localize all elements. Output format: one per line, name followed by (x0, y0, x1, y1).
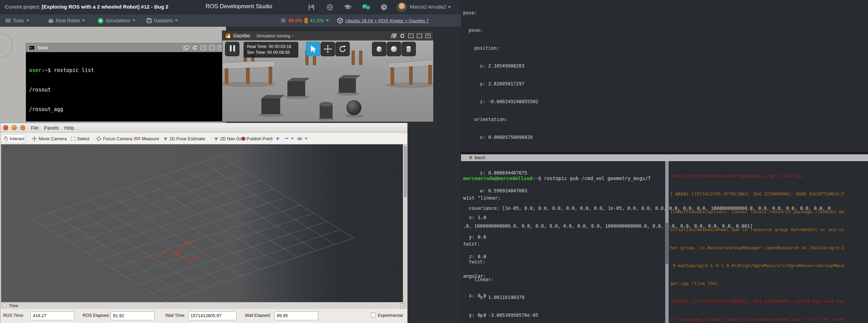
simulations-label: Simulations (106, 18, 130, 23)
chat-icon[interactable] (362, 3, 371, 12)
terminal-icon: >_ (29, 45, 35, 50)
maximize-icon[interactable] (417, 34, 422, 38)
menu-panels[interactable]: Panels (44, 125, 59, 131)
insert-cylinder-button[interactable] (401, 42, 416, 56)
viewport-scrollbar[interactable] (403, 144, 407, 302)
pause-button[interactable] (225, 42, 239, 56)
scrollbar-thumb[interactable] (666, 223, 668, 264)
bash-command: rostopic pub /cmd_vel geometry_msgs/T (541, 176, 651, 181)
terminal-line: .9-mqY1wq/ogre-1.9-1.9.0+dfsg1/OgreMain/… (670, 263, 867, 268)
gazebo-title: Gazebo (233, 33, 250, 38)
chevron-down-icon (132, 20, 136, 22)
gazebo-window: Gazebo Simulation running ✓ – × (222, 31, 434, 122)
database-icon (147, 18, 152, 23)
add-tool-button[interactable]: + (274, 134, 281, 143)
globe-icon[interactable] (325, 3, 334, 12)
app-header: Current project: [Exploring ROS with a 2… (0, 0, 461, 14)
rotate-mode-button[interactable] (335, 42, 350, 56)
rviz-3d-viewport[interactable] (1, 144, 407, 302)
tool-2d-pose-estimate[interactable]: ➤ 2D Pose Estimate (162, 134, 207, 143)
tools-menu[interactable]: Tools (5, 17, 29, 24)
terminal-line: ger.cpp (line 756) (670, 280, 867, 286)
minimize-icon[interactable]: – (201, 46, 206, 50)
cursor-arrow-icon (309, 45, 317, 53)
user-menu[interactable]: Marco2 Arruda2 (410, 4, 451, 10)
shell-titlebar[interactable]: >_ Shell – × (26, 43, 226, 52)
clock-icon[interactable] (380, 3, 388, 12)
select-box-icon (71, 137, 75, 141)
refresh-icon[interactable] (400, 34, 405, 38)
wall-elapsed-label: Wall Elapsed: (245, 313, 271, 318)
minimize-icon[interactable]: – (408, 34, 413, 38)
tool-focus-camera[interactable]: Focus Camera (95, 134, 134, 143)
maximize-icon[interactable] (209, 46, 214, 50)
tool-measure[interactable]: Measure (133, 134, 161, 143)
time-panel-close-icon[interactable]: × (400, 303, 405, 308)
tmux-status-bar[interactable]: 0 bash (461, 154, 868, 161)
tool-select[interactable]: Select (70, 134, 91, 143)
terminal-line: pose: (463, 10, 867, 16)
real-robot-menu[interactable]: Real Robot (48, 17, 85, 24)
select-mode-button[interactable] (306, 42, 320, 56)
insert-box-button[interactable] (372, 42, 386, 56)
bash-terminal[interactable]: marcoarruda@marcodellssd:~$ rostopic pub… (463, 162, 664, 323)
hand-icon (3, 136, 8, 141)
simulations-menu[interactable]: Simulations (98, 17, 136, 24)
chevron-down-icon (291, 138, 294, 140)
current-project-label: Current project: (5, 4, 42, 10)
tool-move-camera[interactable]: Move Camera (30, 134, 68, 143)
visibility-button[interactable] (296, 134, 309, 143)
tool-publish-point[interactable]: Publish Point (240, 134, 274, 143)
wall-elapsed-field[interactable]: 99.85 (274, 311, 318, 320)
user-avatar[interactable] (397, 2, 407, 12)
real-robot-label: Real Robot (56, 18, 80, 23)
ros-time-field[interactable]: 416.27 (30, 311, 74, 320)
chevron-down-icon (82, 20, 85, 22)
gazebo-titlebar[interactable]: Gazebo Simulation running ✓ – × (222, 31, 433, 40)
pose-arrow-icon: ➤ (162, 135, 169, 142)
simulation-status-text: Simulation running (256, 34, 290, 38)
chevron-down-icon (448, 6, 451, 8)
detach-window-icon[interactable] (184, 46, 189, 50)
terminal-line: marcoarruda@marcodellssd:~$ rostopic pub… (463, 175, 664, 182)
environment-item[interactable]: Ubuntu 16.04 + ROS Kinetic + Gazebo 7 (337, 17, 429, 24)
tool-2d-pose-estimate-label: 2D Pose Estimate (170, 136, 205, 141)
rviz-titlebar[interactable]: × – □ File Panels Help (0, 123, 407, 133)
ros-elapsed-field[interactable]: 61.92 (111, 311, 154, 320)
datasets-menu[interactable]: Datasets (147, 17, 178, 24)
save-icon[interactable] (307, 3, 316, 12)
translate-mode-button[interactable] (321, 42, 335, 56)
wall-time-field[interactable]: 1571412805.97 (188, 311, 237, 320)
error-terminal-scrollbar[interactable] (665, 161, 669, 323)
toolbar-separator (271, 134, 271, 143)
experimental-checkbox[interactable] (371, 313, 376, 318)
eye-icon (297, 137, 302, 141)
roslaunch-error-terminal[interactable]: reMain/src/OgreResourceGroupManager.cpp … (670, 161, 867, 323)
time-panel-header: − Time × (0, 302, 407, 309)
menu-help[interactable]: Help (64, 125, 74, 131)
maximize-icon[interactable]: □ (20, 125, 25, 130)
detach-window-icon[interactable] (391, 34, 396, 38)
focus-camera-icon (96, 136, 101, 141)
real-time: Real Time: 00 00:03:18 (247, 44, 298, 50)
environment-link[interactable]: Ubuntu 16.04 + ROS Kinetic + Gazebo 7 (345, 18, 429, 23)
collapse-icon[interactable]: − (2, 303, 7, 308)
close-icon[interactable]: × (425, 34, 431, 38)
minimize-icon[interactable]: – (12, 125, 17, 130)
cylinder-shape-icon (405, 45, 413, 53)
menu-file[interactable]: File (31, 125, 39, 131)
close-icon[interactable]: × (3, 125, 8, 130)
refresh-icon[interactable] (192, 46, 197, 50)
shell-terminal-output[interactable]: user:~$ rostopic list /rosout /rosout_ag… (26, 52, 226, 121)
memory-indicator[interactable]: 41.5% (304, 17, 329, 24)
scrollbar-thumb[interactable] (404, 146, 407, 197)
insert-sphere-button[interactable] (387, 42, 401, 56)
prompt-suffix: :~$ (41, 67, 51, 73)
rviz-toolbar: Interact Move Camera Select Focus Camera… (0, 133, 407, 144)
tool-interact[interactable]: Interact (2, 134, 26, 143)
wall-time-label: Wall Time: (165, 313, 185, 318)
academy-icon[interactable] (343, 3, 352, 12)
remove-tool-button[interactable]: − (283, 134, 295, 143)
ruler-icon (134, 137, 140, 140)
cpu-indicator: 99.5% (280, 17, 302, 24)
